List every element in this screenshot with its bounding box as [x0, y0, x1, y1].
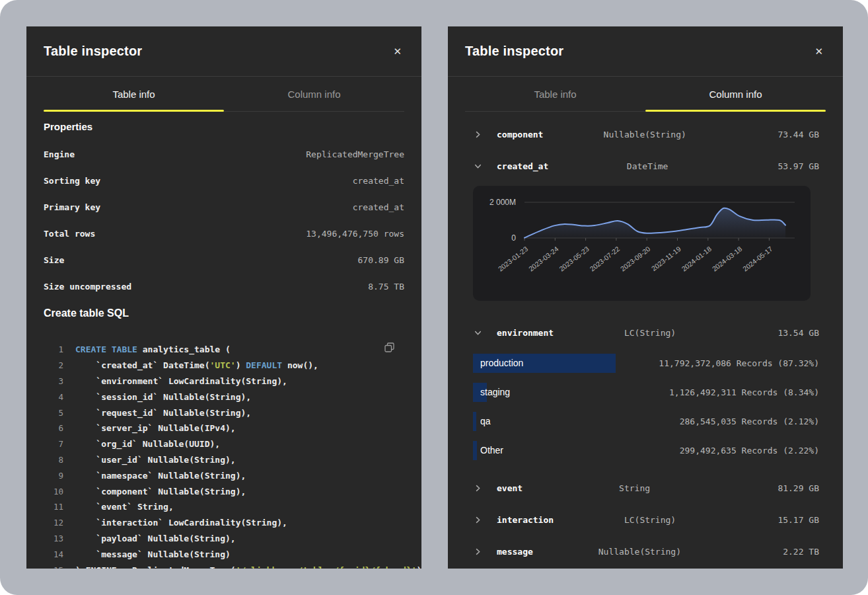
property-row: Primary key created_at: [44, 194, 404, 220]
properties-heading: Properties: [44, 121, 404, 132]
create-table-sql-heading: Create table SQL: [44, 307, 404, 319]
column-size: 15.17 GB: [746, 515, 819, 525]
property-row: Total rows 13,496,476,750 rows: [44, 220, 404, 247]
sql-line-number: 5: [44, 408, 63, 418]
sql-line: 7 `org_id` Nullable(UUID),: [44, 436, 404, 452]
sql-line-number: 6: [44, 423, 63, 433]
sql-line-number: 10: [44, 487, 63, 496]
svg-text:2024-03-18: 2024-03-18: [711, 245, 744, 273]
sql-line-code: `interaction` LowCardinality(String),: [75, 518, 287, 528]
sql-line-code: `org_id` Nullable(UUID),: [75, 439, 220, 449]
copy-icon: [384, 345, 395, 355]
dialog-title: Table inspector: [44, 44, 142, 59]
column-name: component: [497, 130, 543, 139]
column-row-created_at[interactable]: created_at DateTime 53.97 GB: [448, 150, 843, 182]
distribution-row-other: Other 299,492,635 Records (2.22%): [448, 436, 843, 465]
column-size: 13.54 GB: [746, 328, 819, 338]
dialog-header: Table inspector ✕: [26, 26, 421, 77]
column-row-component[interactable]: component Nullable(String) 73.44 GB: [448, 118, 843, 150]
tab-column-info[interactable]: Column info: [645, 77, 826, 112]
column-name: message: [497, 547, 533, 557]
distribution-row-qa: qa 286,545,035 Records (2.12%): [448, 407, 843, 436]
property-label: Engine: [44, 149, 75, 159]
property-label: Size: [44, 255, 64, 265]
sql-line: 2 `created_at` DateTime('UTC') DEFAULT n…: [44, 358, 404, 374]
column-size: 81.29 GB: [746, 483, 819, 493]
sql-line-number: 14: [44, 549, 63, 559]
sql-line-code: `session_id` Nullable(String),: [75, 392, 251, 402]
svg-text:0: 0: [511, 233, 516, 243]
property-label: Sorting key: [44, 176, 100, 186]
column-row-environment[interactable]: environment LC(String) 13.54 GB: [448, 317, 843, 348]
svg-text:2023-11-19: 2023-11-19: [650, 245, 682, 272]
sql-line-number: 3: [44, 376, 63, 386]
svg-text:2023-05-23: 2023-05-23: [558, 245, 591, 273]
property-value: created_at: [353, 202, 404, 212]
sql-lines: 1 CREATE TABLE analytics_table ( 2 `crea…: [44, 342, 404, 569]
property-row: Engine ReplicatedMergeTree: [44, 141, 404, 167]
close-button[interactable]: ✕: [389, 44, 406, 59]
property-row: Sorting key created_at: [44, 167, 404, 194]
property-value: 670.89 GB: [358, 255, 404, 265]
property-row: Size uncompressed 8.75 TB: [44, 273, 404, 299]
chevron-down-icon: [473, 329, 482, 337]
tab-column-info[interactable]: Column info: [224, 77, 404, 112]
sql-line: 13 `payload` Nullable(String),: [44, 531, 404, 547]
sql-line-code: `user_id` Nullable(String),: [75, 455, 236, 465]
table-inspector-dialog-table-info: Table inspector ✕ Table info Column info…: [26, 26, 421, 569]
property-value: created_at: [353, 176, 404, 186]
sql-line-code: `environment` LowCardinality(String),: [75, 376, 287, 386]
sql-line-code: `created_at` DateTime('UTC') DEFAULT now…: [75, 360, 318, 370]
sql-line-number: 4: [44, 392, 63, 402]
created-at-histogram: 2 000M 0 2023-01-232023-03-242023-05-232…: [473, 186, 811, 301]
tab-table-info[interactable]: Table info: [465, 77, 645, 112]
column-type: LC(String): [554, 515, 746, 525]
property-row: Size 670.89 GB: [44, 247, 404, 273]
distribution-label: production: [480, 358, 523, 368]
sql-line: 3 `environment` LowCardinality(String),: [44, 374, 404, 389]
column-name: interaction: [497, 515, 554, 525]
distribution-bar: [473, 412, 476, 431]
chevron-right-icon: [473, 131, 482, 138]
sql-line: 4 `session_id` Nullable(String),: [44, 389, 404, 405]
sql-line-number: 2: [44, 360, 63, 370]
dialog-header: Table inspector ✕: [448, 26, 843, 77]
distribution-label: staging: [480, 387, 510, 397]
column-row-event[interactable]: event String 81.29 GB: [448, 472, 843, 504]
distribution-records: 286,545,035 Records (2.12%): [491, 416, 819, 426]
distribution-row-staging: staging 1,126,492,311 Records (8.34%): [448, 377, 843, 407]
chevron-right-icon: [473, 485, 482, 492]
distribution-row-production: production 11,792,372,086 Records (87.32…: [448, 348, 843, 377]
column-row-interaction[interactable]: interaction LC(String) 15.17 GB: [448, 504, 843, 536]
sql-line-code: ) ENGINE = ReplicatedMergeTree('/clickho…: [75, 565, 421, 569]
sql-line-code: `namespace` Nullable(String),: [75, 471, 246, 481]
distribution-records: 11,792,372,086 Records (87.32%): [523, 358, 819, 368]
column-type: LC(String): [554, 328, 746, 338]
column-row-message[interactable]: message Nullable(String) 2.22 TB: [448, 536, 843, 567]
copy-sql-button[interactable]: [384, 342, 395, 353]
property-value: ReplicatedMergeTree: [306, 149, 404, 159]
tab-table-info[interactable]: Table info: [44, 77, 224, 112]
property-value: 8.75 TB: [368, 282, 404, 292]
close-button[interactable]: ✕: [811, 44, 827, 59]
sql-line: 1 CREATE TABLE analytics_table (: [44, 342, 404, 358]
area-chart: 2 000M 0 2023-01-232023-03-242023-05-232…: [473, 186, 811, 301]
sql-line-code: `payload` Nullable(String),: [75, 534, 236, 543]
property-label: Size uncompressed: [44, 282, 131, 292]
svg-text:2023-07-22: 2023-07-22: [588, 245, 621, 273]
sql-line-code: CREATE TABLE analytics_table (: [75, 344, 231, 354]
property-label: Total rows: [44, 229, 95, 239]
svg-text:2 000M: 2 000M: [489, 198, 516, 207]
sql-line: 12 `interaction` LowCardinality(String),: [44, 515, 404, 531]
column-name: event: [497, 483, 523, 493]
chevron-right-icon: [473, 516, 482, 524]
chevron-right-icon: [473, 548, 482, 555]
properties-list: Engine ReplicatedMergeTree Sorting key c…: [44, 141, 404, 299]
chevron-down-icon: [473, 163, 482, 170]
sql-line: 11 `event` String,: [44, 499, 404, 515]
column-list: component Nullable(String) 73.44 GB crea…: [448, 112, 843, 567]
sql-line-code: `request_id` Nullable(String),: [75, 408, 251, 418]
distribution-records: 1,126,492,311 Records (8.34%): [510, 387, 819, 397]
column-size: 53.97 GB: [746, 161, 819, 171]
distribution-label: qa: [480, 416, 491, 426]
